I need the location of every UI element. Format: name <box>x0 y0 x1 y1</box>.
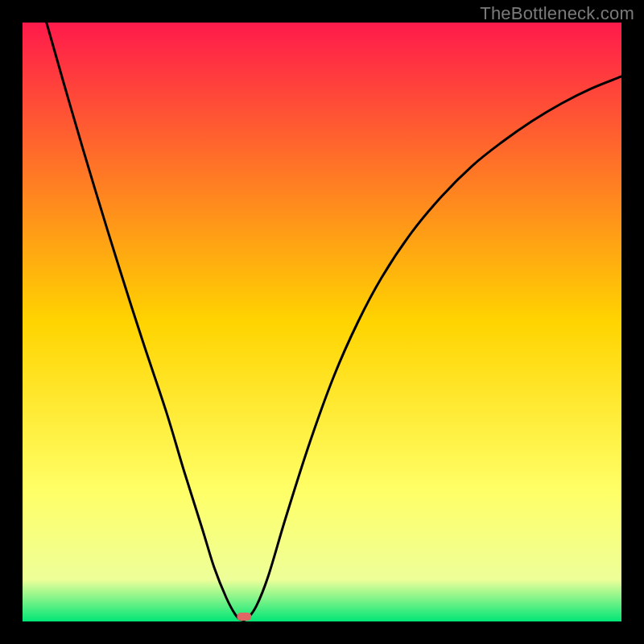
watermark-text: TheBottleneck.com <box>480 3 634 24</box>
chart-background <box>23 23 621 621</box>
optimal-point-marker <box>237 613 251 621</box>
bottleneck-curve-chart <box>23 23 621 621</box>
chart-frame <box>23 23 621 621</box>
marker-dot <box>237 613 251 621</box>
